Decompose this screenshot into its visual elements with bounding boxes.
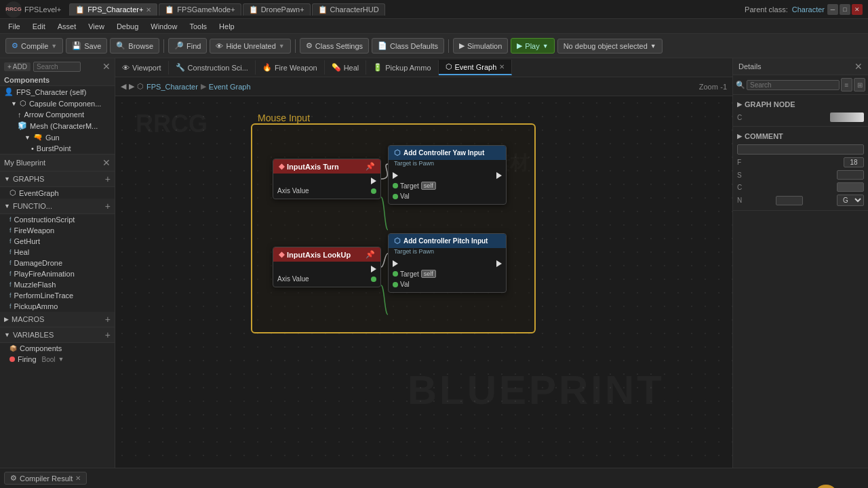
components-add-button[interactable]: + ADD	[4, 62, 31, 71]
var-firing[interactable]: Firing Bool ▼	[0, 354, 115, 365]
func-icon: f	[9, 249, 12, 256]
graphs-section-header[interactable]: ▼ GRAPHS +	[0, 171, 115, 187]
tree-capsule-component[interactable]: ▼ ⬡ Capsule Componen...	[0, 98, 115, 109]
menu-edit[interactable]: Edit	[27, 21, 51, 32]
simulation-button[interactable]: ▶ Simulation	[453, 38, 508, 54]
tab-viewport[interactable]: 👁 Viewport	[115, 61, 169, 75]
menu-view[interactable]: View	[83, 21, 110, 32]
f-value-input[interactable]	[844, 157, 864, 167]
breadcrumb-current[interactable]: Event Graph	[209, 83, 251, 91]
compiler-result-close-icon[interactable]: ✕	[75, 474, 81, 482]
func-fire-weapon[interactable]: f FireWeapon	[0, 225, 115, 236]
logo-text: RRCG	[5, 6, 22, 12]
close-button[interactable]: ✕	[852, 4, 863, 15]
tab-label: FPSGameMode+	[177, 5, 235, 14]
n-color-swatch[interactable]	[776, 196, 803, 205]
tree-expand-icon: ▼	[11, 100, 17, 107]
func-heal[interactable]: f Heal	[0, 247, 115, 258]
event-icon: ◆	[279, 250, 284, 259]
maximize-button[interactable]: □	[840, 4, 850, 15]
functions-add-icon[interactable]: +	[105, 201, 111, 211]
title-tab-fps-character[interactable]: 📋 FPS_Character+ ✕	[69, 3, 157, 16]
hide-unrelated-button[interactable]: 👁 Hide Unrelated ▼	[210, 39, 290, 54]
tab-close-icon[interactable]: ✕	[146, 6, 151, 14]
var-components[interactable]: 📦 Components	[0, 343, 115, 354]
details-grid-view-button[interactable]: ≡	[841, 78, 852, 92]
nav-back-icon[interactable]: ◀	[121, 82, 126, 91]
play-button[interactable]: ▶ Play ▼	[511, 38, 554, 54]
tab-fire-weapon[interactable]: 🔥 Fire Weapon	[256, 60, 325, 75]
tab-label: Viewport	[132, 64, 161, 72]
compile-button[interactable]: ⚙ Compile ▼	[5, 38, 63, 54]
functions-section-header[interactable]: ▼ FUNCTIO... +	[0, 199, 115, 214]
c-color-swatch-2[interactable]	[837, 182, 864, 192]
comment-input[interactable]	[737, 144, 864, 155]
tab-construction-script[interactable]: 🔧 Construction Sci...	[169, 60, 256, 75]
breadcrumb-root[interactable]: FPS_Character	[146, 83, 198, 91]
var-dropdown-icon[interactable]: ▼	[58, 356, 64, 363]
nav-forward-icon[interactable]: ▶	[129, 82, 134, 91]
blueprint-canvas[interactable]: BLUEPRINT RRCG 人人素材 Mouse Input ◆ InputA…	[115, 96, 732, 468]
func-get-hurt[interactable]: f GetHurt	[0, 236, 115, 247]
func-pickup-ammo[interactable]: f PickupAmmo	[0, 301, 115, 312]
menu-asset[interactable]: Asset	[52, 21, 82, 32]
minimize-button[interactable]: ─	[827, 4, 838, 15]
details-close-icon[interactable]: ✕	[854, 61, 863, 72]
graphs-label: GRAPHS	[13, 175, 44, 183]
menu-window[interactable]: Window	[145, 21, 182, 32]
inputaxis-turn-node[interactable]: ◆ InputAxis Turn 📌 Axis Value	[273, 159, 381, 199]
func-damage-drone[interactable]: f DamageDrone	[0, 258, 115, 268]
class-settings-label: Class Settings	[315, 42, 363, 50]
graphs-add-icon[interactable]: +	[105, 174, 111, 184]
menu-help[interactable]: Help	[214, 21, 240, 32]
details-list-view-button[interactable]: ⊞	[854, 78, 865, 92]
title-tab-dronepawn[interactable]: 📋 DronePawn+	[243, 3, 311, 16]
variables-add-icon[interactable]: +	[105, 329, 111, 340]
tab-close-icon[interactable]: ✕	[499, 63, 505, 70]
node-body: Axis Value	[273, 262, 380, 287]
func-play-fire-animation[interactable]: f PlayFireAnimation	[0, 268, 115, 279]
node-header: ◆ InputAxis Turn 📌	[273, 159, 380, 174]
tab-event-graph[interactable]: ⬡ Event Graph ✕	[439, 60, 513, 75]
func-construction-script[interactable]: f ConstructionScript	[0, 214, 115, 225]
bottom-panel: ⚙ Compiler Result ✕	[0, 468, 868, 488]
event-graph-item[interactable]: ⬡ EventGraph	[0, 187, 115, 199]
graph-node-header[interactable]: ▶ GRAPH NODE	[737, 98, 864, 111]
debug-dropdown[interactable]: No debug object selected ▼	[557, 39, 663, 54]
func-perform-line-trace[interactable]: f PerformLineTrace	[0, 290, 115, 301]
title-tab-fpsgamemode[interactable]: 📋 FPSGameMode+	[159, 3, 241, 16]
val-label: Val	[400, 281, 410, 288]
tab-pickup-ammo[interactable]: 🔋 Pickup Ammo	[366, 60, 438, 75]
title-tab-characterhud[interactable]: 📋 CharacterHUD	[312, 3, 385, 16]
components-search-input[interactable]	[33, 62, 81, 72]
g-select[interactable]: G	[837, 195, 864, 206]
add-controller-pitch-node[interactable]: ⬡ Add Controller Pitch Input Target is P…	[388, 233, 507, 293]
tree-arrow-component[interactable]: ↑ Arrow Component	[0, 109, 115, 120]
menu-file[interactable]: File	[3, 21, 26, 32]
find-button[interactable]: 🔎 Find	[168, 38, 207, 54]
class-defaults-button[interactable]: 📄 Class Defaults	[372, 38, 444, 54]
class-settings-button[interactable]: ⚙ Class Settings	[300, 38, 369, 54]
menu-debug[interactable]: Debug	[111, 21, 144, 32]
c-color-swatch[interactable]	[830, 113, 864, 122]
s-color-swatch[interactable]	[837, 170, 864, 180]
comment-section-header[interactable]: ▶ COMMENT	[737, 129, 864, 143]
tree-fps-character-self[interactable]: 👤 FPS_Character (self)	[0, 86, 115, 98]
save-button[interactable]: 💾 Save	[66, 38, 107, 54]
func-muzzle-flash[interactable]: f MuzzleFlash	[0, 279, 115, 290]
tree-gun[interactable]: ▼ 🔫 Gun	[0, 131, 115, 143]
browse-button[interactable]: 🔍 Browse	[110, 38, 159, 54]
menu-tools[interactable]: Tools	[184, 21, 212, 32]
inputaxis-lookup-node[interactable]: ◆ InputAxis LookUp 📌 Axis Value	[273, 247, 381, 287]
add-controller-yaw-node[interactable]: ⬡ Add Controller Yaw Input Target is Paw…	[388, 145, 507, 205]
tree-mesh-component[interactable]: 🧊 Mesh (CharacterM...	[0, 120, 115, 131]
compiler-result-tab[interactable]: ⚙ Compiler Result ✕	[4, 472, 87, 485]
tree-burst-point[interactable]: • BurstPoint	[0, 143, 115, 154]
variables-section-header[interactable]: ▼ VARIABLES +	[0, 327, 115, 343]
my-blueprint-close-icon[interactable]: ✕	[102, 157, 111, 168]
tab-heal[interactable]: 💊 Heal	[325, 60, 367, 75]
macros-section-header[interactable]: ▶ MACROS +	[0, 312, 115, 327]
components-close-icon[interactable]: ✕	[102, 61, 111, 72]
macros-add-icon[interactable]: +	[105, 314, 111, 325]
details-search-input[interactable]	[747, 80, 840, 90]
